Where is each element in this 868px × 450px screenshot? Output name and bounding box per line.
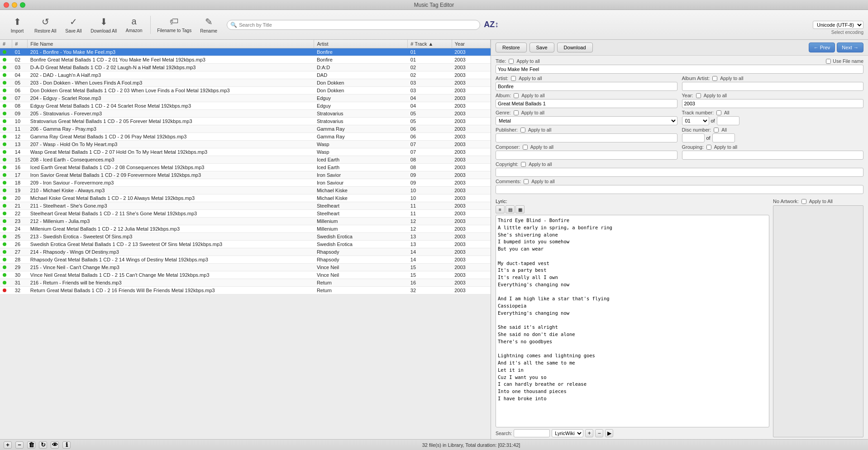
table-row[interactable]: 31 216 - Return - Friends will be friend… (0, 279, 491, 287)
maximize-button[interactable] (20, 2, 25, 8)
table-row[interactable]: 27 214 - Rhapsody - Wings Of Destiny.mp3… (0, 248, 491, 256)
table-row[interactable]: 06 Don Dokken Great Metal Ballads 1 CD -… (0, 87, 491, 95)
table-row[interactable]: 21 211 - Steelheart - She's Gone.mp3 Ste… (0, 202, 491, 210)
lyric-tool-btn-1[interactable]: ≡ (496, 205, 505, 213)
artwork-apply-all-checkbox[interactable] (801, 199, 806, 204)
lyric-remove-button[interactable]: − (595, 429, 603, 437)
lyric-tool-btn-2[interactable]: ▤ (506, 205, 515, 213)
table-row[interactable]: 19 210 - Michael Kiske - Always.mp3 Mich… (0, 187, 491, 194)
lyric-tool-btn-3[interactable]: ▦ (515, 205, 525, 213)
eye-button[interactable]: 👁 (51, 441, 59, 449)
lyric-textarea[interactable] (496, 215, 769, 427)
table-row[interactable]: 13 207 - Wasp - Hold On To My Heart.mp3 … (0, 141, 491, 148)
search-input[interactable] (227, 20, 480, 30)
table-row[interactable]: 11 206 - Gamma Ray - Pray.mp3 Gamma Ray … (0, 125, 491, 133)
amazon-button[interactable]: a Amazon (121, 12, 147, 38)
album-artist-apply-all-checkbox[interactable] (712, 76, 717, 81)
rename-button[interactable]: ✎ Rename (196, 12, 221, 38)
save-all-button[interactable]: ✓ Save All (61, 12, 86, 38)
col-header-hash[interactable]: # (0, 40, 12, 48)
table-row[interactable]: 32 Return Great Metal Ballads 1 CD - 2 1… (0, 287, 491, 294)
add-file-button[interactable]: + (4, 441, 12, 449)
restore-button[interactable]: Restore (496, 43, 527, 52)
disc-number-input[interactable] (682, 133, 705, 142)
table-row[interactable]: 08 Edguy Great Metal Ballads 1 CD - 2 04… (0, 102, 491, 110)
genre-apply-all-checkbox[interactable] (514, 110, 519, 115)
track-total-input[interactable] (717, 116, 739, 125)
year-apply-all-checkbox[interactable] (696, 93, 701, 98)
table-row[interactable]: 05 203 - Don Dokken - When Loves Finds A… (0, 79, 491, 87)
use-file-name-checkbox[interactable] (826, 59, 831, 64)
delete-file-button[interactable]: 🗑 (27, 441, 35, 449)
publisher-input[interactable] (496, 133, 677, 142)
comments-input[interactable] (496, 185, 863, 194)
album-artist-input[interactable] (682, 82, 864, 91)
title-input[interactable] (496, 65, 863, 74)
sort-az-icon[interactable]: AZ↕ (484, 20, 499, 29)
copyright-input[interactable] (496, 168, 863, 177)
close-button[interactable] (4, 2, 9, 8)
filename-to-tags-button[interactable]: 🏷 Filename to Tags (154, 12, 194, 38)
remove-file-button[interactable]: − (15, 441, 24, 449)
table-row[interactable]: 12 Gamma Ray Great Metal Ballads 1 CD - … (0, 133, 491, 141)
grouping-input[interactable] (682, 151, 864, 160)
download-all-button[interactable]: ⬇ Download All (88, 12, 119, 38)
disc-apply-all-checkbox[interactable] (714, 128, 719, 133)
track-apply-all-checkbox[interactable] (716, 110, 721, 115)
restore-all-button[interactable]: ↺ Restore All (32, 12, 59, 38)
file-list-scroll[interactable]: # # File Name Artist # Track ▲ Year 01 2… (0, 40, 491, 439)
table-row[interactable]: 17 Iron Savior Great Metal Ballads 1 CD … (0, 171, 491, 179)
table-row[interactable]: 25 213 - Swedish Erotica - Sweetest Of S… (0, 233, 491, 241)
table-row[interactable]: 23 212 - Millenium - Julia.mp3 Millenium… (0, 218, 491, 225)
track-number-select[interactable]: 01 02 (682, 116, 709, 125)
table-row[interactable]: 24 Millenium Great Metal Ballads 1 CD - … (0, 225, 491, 233)
lyric-add-button[interactable]: + (585, 429, 593, 437)
table-row[interactable]: 29 215 - Vince Neil - Can't Change Me.mp… (0, 264, 491, 271)
minimize-button[interactable] (12, 2, 17, 8)
table-row[interactable]: 16 Iced Earth Great Metal Ballads 1 CD -… (0, 164, 491, 171)
col-header-year[interactable]: Year (452, 40, 490, 48)
window-controls[interactable] (4, 2, 25, 8)
refresh-button[interactable]: ↻ (39, 441, 47, 449)
table-row[interactable]: 09 205 - Stratovarius - Forever.mp3 Stra… (0, 110, 491, 118)
save-button[interactable]: Save (529, 43, 554, 52)
table-row[interactable]: 30 Vince Neil Great Metal Ballads 1 CD -… (0, 271, 491, 279)
artist-apply-all-checkbox[interactable] (511, 76, 516, 81)
genre-select[interactable]: Metal Rock Heavy Metal (496, 116, 677, 125)
info-button[interactable]: ℹ (62, 441, 71, 449)
table-row[interactable]: 07 204 - Edguy - Scarlet Rose.mp3 Edguy … (0, 95, 491, 102)
composer-input[interactable] (496, 151, 677, 160)
table-row[interactable]: 28 Rhapsody Great Metal Ballads 1 CD - 2… (0, 256, 491, 264)
table-row[interactable]: 18 209 - Iron Saviour - Forevermore.mp3 … (0, 179, 491, 187)
album-input[interactable] (496, 99, 677, 108)
lyric-search-button[interactable]: ▶ (605, 429, 613, 437)
copyright-apply-all-checkbox[interactable] (521, 162, 526, 167)
col-header-num[interactable]: # (12, 40, 28, 48)
artist-input[interactable] (496, 82, 677, 91)
next-button[interactable]: Next → (837, 43, 863, 52)
download-button[interactable]: Download (557, 43, 593, 52)
table-row[interactable]: 20 Michael Kiske Great Metal Ballads 1 C… (0, 194, 491, 202)
comments-apply-all-checkbox[interactable] (524, 179, 529, 184)
title-apply-all-checkbox[interactable] (509, 59, 514, 64)
lyric-search-input[interactable] (514, 429, 550, 437)
col-header-artist[interactable]: Artist (314, 40, 408, 48)
table-row[interactable]: 01 201 - Bonfire - You Make Me Feel.mp3 … (0, 48, 491, 56)
table-row[interactable]: 26 Swedish Erotica Great Metal Ballads 1… (0, 241, 491, 248)
prev-button[interactable]: ← Prev (809, 43, 835, 52)
col-header-track[interactable]: # Track ▲ (408, 40, 452, 48)
import-button[interactable]: ⬆ Import (5, 12, 30, 38)
table-row[interactable]: 15 208 - Iced Earth - Consequences.mp3 I… (0, 156, 491, 164)
table-row[interactable]: 02 Bonfire Great Metal Ballads 1 CD - 2 … (0, 56, 491, 64)
encoding-select[interactable]: Unicode (UTF-8) (813, 21, 863, 29)
year-input[interactable] (682, 99, 864, 108)
album-apply-all-checkbox[interactable] (514, 93, 519, 98)
table-row[interactable]: 04 202 - DAD - Laugh'n A Half.mp3 DAD 02… (0, 71, 491, 79)
col-header-filename[interactable]: File Name (28, 40, 314, 48)
lyric-source-select[interactable]: LyricWiki Genius (552, 429, 583, 437)
table-row[interactable]: 03 D-A-D Great Metal Ballads 1 CD - 2 02… (0, 64, 491, 71)
table-row[interactable]: 10 Stratovarius Great Metal Ballads 1 CD… (0, 118, 491, 125)
composer-apply-all-checkbox[interactable] (523, 145, 528, 150)
table-row[interactable]: 14 Wasp Great Metal Ballads 1 CD - 2 07 … (0, 148, 491, 156)
disc-total-input[interactable] (712, 133, 735, 142)
